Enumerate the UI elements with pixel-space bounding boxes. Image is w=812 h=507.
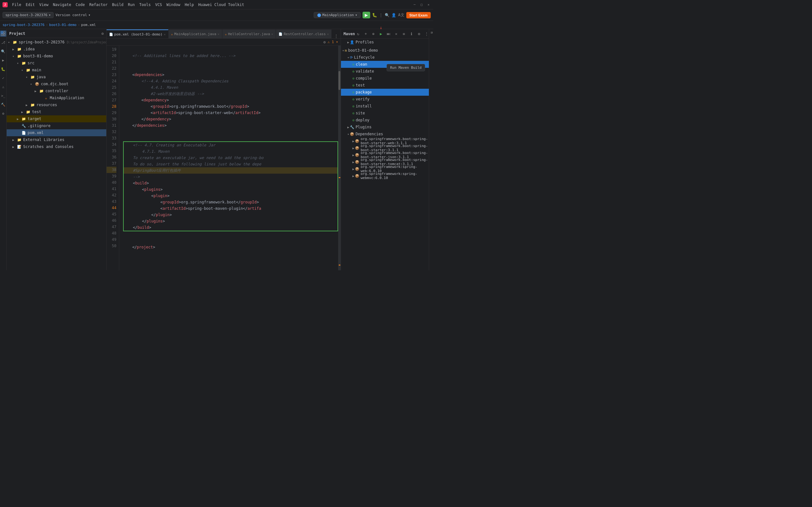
maven-dep-starter[interactable]: ▶ 📦 org.springframework.boot:spring-boot… xyxy=(341,145,433,152)
maven-dep-web[interactable]: ▶ 📦 org.springframework.boot:spring-boot… xyxy=(341,137,433,145)
menu-item-navigate[interactable]: Navigate xyxy=(51,2,73,8)
menu-item-build[interactable]: Build xyxy=(110,2,125,8)
start-exam-button[interactable]: Start Exam xyxy=(406,12,431,18)
minimize-button[interactable]: ─ xyxy=(412,3,417,7)
maven-lifecycle[interactable]: ▾ ⟳ Lifecycle xyxy=(341,54,433,61)
maven-dep-spring-web[interactable]: ▶ 📦 org.springframework:spring-web:6.0.1… xyxy=(341,165,433,172)
sidebar-icon-git[interactable]: ⎇ xyxy=(0,39,6,46)
maven-cancel-icon[interactable]: ✕ xyxy=(393,31,399,37)
code-content[interactable]: <!-- Additional lines to be added here..… xyxy=(119,46,338,270)
tree-java[interactable]: ▾ 📁 java xyxy=(7,73,106,80)
tab-main-app[interactable]: ☕ MainApplication.java ✕ xyxy=(168,30,222,38)
debug-button[interactable]: 🐛 xyxy=(372,13,377,17)
menu-item-huawei-cloud-toolkit[interactable]: Huawei Cloud Toolkit xyxy=(196,2,246,8)
menu-item-refactor[interactable]: Refactor xyxy=(87,2,109,8)
maven-site[interactable]: ⊙ site xyxy=(341,110,433,117)
sidebar-icon-project[interactable] xyxy=(0,31,6,37)
tree-pom[interactable]: ▶ 📄 pom.xml xyxy=(7,129,106,136)
tree-scratches[interactable]: ▶ 📝 Scratches and Consoles xyxy=(7,143,106,150)
maven-refresh-icon[interactable]: ↻ xyxy=(355,31,361,37)
tree-resources[interactable]: ▶ 📁 resources xyxy=(7,101,106,108)
sidebar-icon-build[interactable]: 🔨 xyxy=(0,101,6,108)
sidebar-icon-problems[interactable]: ⚠ xyxy=(0,83,6,90)
tab-pom-close[interactable]: ✕ xyxy=(164,33,165,36)
tree-idea[interactable]: ▶ 📁 .idea xyxy=(7,46,106,53)
menu-item-code[interactable]: Code xyxy=(74,2,87,8)
sidebar-icon-services[interactable]: ⚙ xyxy=(0,110,6,117)
svg-rect-2 xyxy=(1,34,3,36)
menu-item-view[interactable]: View xyxy=(38,2,50,8)
maven-dep-tomcat[interactable]: ▶ 📦 org.springframework.boot:spring-boot… xyxy=(341,158,433,165)
maven-install[interactable]: ⊙ install xyxy=(341,103,433,110)
breadcrumb-module[interactable]: boot3-01-demo xyxy=(49,23,77,27)
vcs-selector[interactable]: Version control ▾ xyxy=(55,13,90,17)
tree-root-label: spring-boot-3-202376 D:\project\IdeaProj… xyxy=(19,40,106,44)
tree-target[interactable]: ▶ 📁 target xyxy=(7,115,106,122)
editor-warnings[interactable]: ⚠ 1 ▾ xyxy=(328,40,338,44)
run-config-selector[interactable]: ⬤ MainApplication ▾ xyxy=(314,12,361,18)
close-button[interactable]: ✕ xyxy=(426,3,431,7)
tree-package[interactable]: ▾ 📦 com.djc.boot xyxy=(7,80,106,88)
maven-output-icon[interactable]: ≡ xyxy=(401,31,407,37)
more-actions-icon[interactable]: ⋮ xyxy=(379,13,383,17)
maven-deploy[interactable]: ⊙ deploy xyxy=(341,117,433,124)
tab-rest-close[interactable]: ✕ xyxy=(327,32,329,36)
tab-rest[interactable]: 📄 RestController.class ✕ xyxy=(276,30,332,38)
scroll-thumb[interactable] xyxy=(339,71,340,90)
menu-item-file[interactable]: File xyxy=(10,2,23,8)
search-icon[interactable]: 🔍 xyxy=(385,13,390,17)
maven-panel-menu[interactable]: ⋮ xyxy=(425,32,428,36)
tree-gitignore[interactable]: ▶ 🔧 .gitignore xyxy=(7,122,106,129)
menu-item-window[interactable]: Window xyxy=(165,2,182,8)
tree-root[interactable]: ▾ 📁 spring-boot-3-202376 D:\project\Idea… xyxy=(7,39,106,46)
vertical-scrollbar[interactable] xyxy=(338,46,341,270)
maven-plugins[interactable]: ▶ 🔧 Plugins xyxy=(341,124,433,130)
menu-item-vcs[interactable]: VCS xyxy=(153,2,164,8)
maven-settings-icon[interactable]: ⚙ xyxy=(416,31,422,37)
maven-package[interactable]: ⊙ package xyxy=(341,89,433,96)
maven-link-icon[interactable]: ⊕ xyxy=(370,31,376,37)
maven-dependencies[interactable]: ▾ 📦 Dependencies xyxy=(341,130,433,137)
maven-compile[interactable]: ⊙ compile xyxy=(341,75,433,82)
project-selector[interactable]: spring-boot-3-202376 ▾ xyxy=(3,12,54,18)
tab-main-app-close[interactable]: ✕ xyxy=(217,32,219,36)
menu-item-edit[interactable]: Edit xyxy=(24,2,37,8)
maven-skip-icon[interactable]: ⏭ xyxy=(386,31,392,37)
maven-dep-json[interactable]: ▶ 📦 org.springframework.boot:spring-boot… xyxy=(341,152,433,158)
tree-main-app[interactable]: ▶ ☕ MainApplication xyxy=(7,95,106,101)
maven-add-icon[interactable]: + xyxy=(362,31,369,37)
menu-item-tools[interactable]: Tools xyxy=(137,2,153,8)
maven-verify[interactable]: ⊙ verify xyxy=(341,96,433,103)
maven-profiles[interactable]: ▶ 👤 Profiles xyxy=(341,39,433,46)
maven-dep-spring-webmvc[interactable]: ▶ 📦 org.springframework:spring-webmvc:6.… xyxy=(341,172,433,179)
tree-boot3[interactable]: ▾ 📁 boot3-01-demo xyxy=(7,53,106,60)
tab-hello[interactable]: ☕ HelloController.java ✕ xyxy=(222,30,276,38)
user-icon[interactable]: 👤 xyxy=(392,13,396,17)
tab-hello-close[interactable]: ✕ xyxy=(271,32,273,36)
maximize-button[interactable]: □ xyxy=(419,3,424,7)
sidebar-icon-debug[interactable]: 🐛 xyxy=(0,66,6,72)
sidebar-icon-terminal[interactable]: >_ xyxy=(0,93,6,99)
editor-settings-icon[interactable]: ⚙ xyxy=(323,40,326,44)
tree-test[interactable]: ▶ 📁 test xyxy=(7,108,106,115)
maven-info-icon[interactable]: ℹ xyxy=(408,31,415,37)
tab-more-icon[interactable]: ⋮ xyxy=(332,34,341,38)
sidebar-icon-find[interactable]: 🔍 xyxy=(0,48,6,55)
panel-gear-icon[interactable]: ⚙ xyxy=(101,32,104,36)
menu-item-help[interactable]: Help xyxy=(183,2,196,8)
svg-rect-3 xyxy=(3,34,5,36)
maven-test[interactable]: ⊙ test xyxy=(341,82,433,89)
tree-src[interactable]: ▾ 📁 src xyxy=(7,60,106,66)
tree-controller[interactable]: ▶ 📁 controller xyxy=(7,88,106,95)
translate-icon[interactable]: A文 xyxy=(398,12,404,18)
tree-main[interactable]: ▾ 📁 main xyxy=(7,66,106,73)
tree-ext-libs[interactable]: ▶ 📁 External Libraries xyxy=(7,136,106,143)
breadcrumb-project[interactable]: spring-boot-3-202376 xyxy=(3,23,44,27)
sidebar-icon-run[interactable]: ▶ xyxy=(0,57,6,63)
sidebar-icon-todo[interactable]: ✓ xyxy=(0,75,6,81)
menu-item-run[interactable]: Run xyxy=(126,2,137,8)
tab-pom-xml[interactable]: 📄 pom.xml (boot3-01-demo) ✕ xyxy=(107,30,168,38)
run-button[interactable]: ▶ xyxy=(362,12,370,18)
maven-root[interactable]: ▾ m boot3-01-demo xyxy=(341,47,433,54)
maven-run-icon[interactable]: ▶ ↓ xyxy=(378,31,384,37)
